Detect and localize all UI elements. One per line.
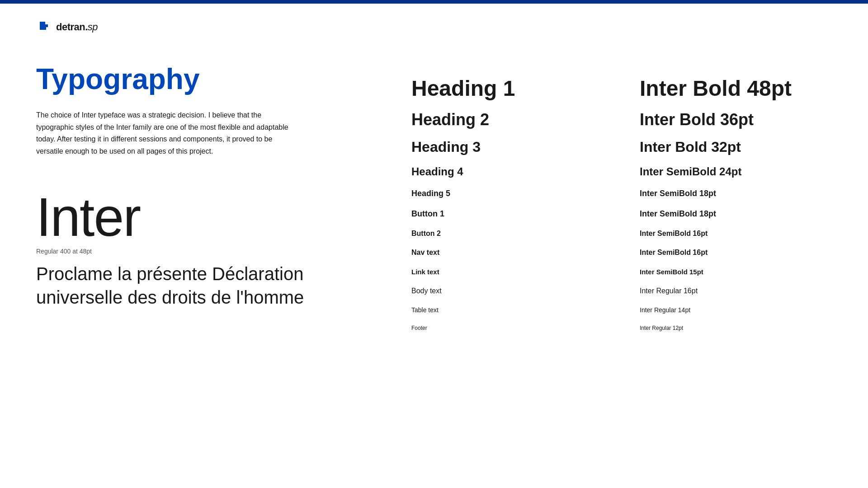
logo-icon: [36, 18, 54, 36]
type-name-8: Link text: [411, 263, 622, 281]
type-spec-8: Inter SemiBold 15pt: [622, 263, 832, 281]
top-bar: [0, 0, 868, 4]
font-sample: Proclame la présente Déclaration univers…: [36, 262, 353, 309]
type-spec-1: Inter Bold 36pt: [622, 105, 832, 134]
font-name-display: Inter: [36, 190, 375, 244]
type-spec-9: Inter Regular 16pt: [622, 281, 832, 301]
type-name-1: Heading 2: [411, 105, 622, 134]
logo: detran.sp: [36, 18, 98, 36]
type-spec-0: Inter Bold 48pt: [622, 72, 832, 105]
type-spec-5: Inter SemiBold 18pt: [622, 204, 832, 224]
logo-text: detran.sp: [56, 21, 98, 33]
type-spec-2: Inter Bold 32pt: [622, 134, 832, 160]
type-spec-3: Inter SemiBold 24pt: [622, 160, 832, 183]
font-showcase: Inter Regular 400 at 48pt Proclame la pr…: [36, 190, 375, 309]
type-name-9: Body text: [411, 281, 622, 301]
header: detran.sp: [0, 4, 868, 36]
description-text: The choice of Inter typeface was a strat…: [36, 109, 289, 157]
page-title: Typography: [36, 63, 375, 95]
type-spec-10: Inter Regular 14pt: [622, 301, 832, 319]
type-name-6: Button 2: [411, 224, 622, 243]
type-spec-6: Inter SemiBold 16pt: [622, 224, 832, 243]
font-label: Regular 400 at 48pt: [36, 248, 375, 255]
typography-table: Heading 1Inter Bold 48ptHeading 2Inter B…: [411, 72, 832, 337]
left-section: Typography The choice of Inter typeface …: [36, 63, 375, 318]
right-section: Heading 1Inter Bold 48ptHeading 2Inter B…: [411, 63, 832, 337]
type-spec-4: Inter SemiBold 18pt: [622, 183, 832, 204]
type-name-0: Heading 1: [411, 72, 622, 105]
type-name-11: Footer: [411, 319, 622, 337]
type-name-3: Heading 4: [411, 160, 622, 183]
type-name-2: Heading 3: [411, 134, 622, 160]
type-name-4: Heading 5: [411, 183, 622, 204]
main-content: Typography The choice of Inter typeface …: [0, 36, 868, 373]
type-name-10: Table text: [411, 301, 622, 319]
type-name-7: Nav text: [411, 243, 622, 262]
type-spec-7: Inter SemiBold 16pt: [622, 243, 832, 262]
type-spec-11: Inter Regular 12pt: [622, 319, 832, 337]
content-layout: Typography The choice of Inter typeface …: [36, 63, 832, 337]
type-name-5: Button 1: [411, 204, 622, 224]
